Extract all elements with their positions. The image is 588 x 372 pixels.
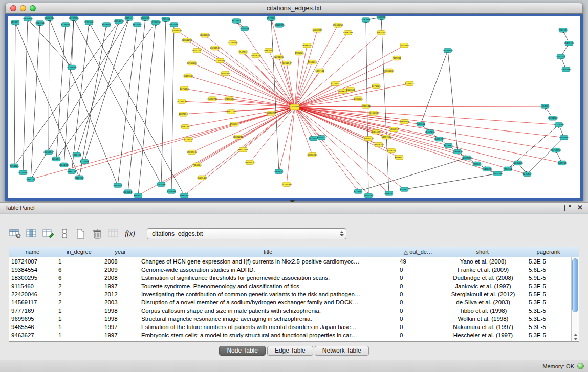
graph-node-label: 19613254 <box>333 24 343 26</box>
scrollbar-thumb[interactable] <box>572 258 578 312</box>
table-row[interactable]: 1456911722003Disruption of a novel membe… <box>9 298 579 307</box>
column-header[interactable]: in_degree <box>56 247 102 257</box>
graph-node-label: 9875462 <box>444 144 453 147</box>
graph-node-label: 22608123 <box>200 34 210 36</box>
close-panel-icon[interactable]: ✕ <box>577 205 583 211</box>
import-table-button[interactable] <box>41 227 55 240</box>
table-cell: 18724007 <box>9 257 56 266</box>
table-row[interactable]: 1872400712008Changes of HCN gene express… <box>9 257 579 266</box>
graph-edge[interactable] <box>404 173 497 189</box>
graph-edge[interactable] <box>161 19 166 184</box>
graph-edge[interactable] <box>358 158 467 191</box>
graph-edge[interactable] <box>295 107 556 150</box>
graph-node-label: 15635241 <box>274 170 285 173</box>
graph-edge[interactable] <box>72 23 89 171</box>
window-titlebar[interactable]: citations_edges.txt <box>5 3 583 14</box>
table-row[interactable]: 2242004622012Investigating the contribut… <box>9 290 579 298</box>
graph-edge[interactable] <box>271 18 279 171</box>
graph-edge[interactable] <box>295 107 497 173</box>
graph-edge[interactable] <box>56 23 156 159</box>
scrollbar-arrows[interactable] <box>572 334 579 340</box>
graph-node-label: 9154873 <box>240 27 249 30</box>
graph-node-label: 7125430 <box>184 138 193 141</box>
delete-column-button[interactable] <box>91 227 104 240</box>
table-row[interactable]: 911546021997Tourette syndrome. Phenomeno… <box>9 282 579 290</box>
graph-edge[interactable] <box>295 107 358 191</box>
graph-edge[interactable] <box>295 107 527 174</box>
graph-edge[interactable] <box>287 107 295 184</box>
close-window-button[interactable] <box>10 5 16 11</box>
graph-edge[interactable] <box>295 83 409 107</box>
graph-edge[interactable] <box>72 107 295 171</box>
graph-edge[interactable] <box>243 52 295 107</box>
graph-node-label: 8965412 <box>134 194 143 197</box>
graph-edge[interactable] <box>295 107 518 163</box>
table-row[interactable]: 977716911998Corpus callosum shape and si… <box>9 307 579 315</box>
graph-edge[interactable] <box>77 21 119 155</box>
table-row[interactable]: 969969511998Structural magnetic resonanc… <box>9 315 579 323</box>
column-header[interactable]: year <box>102 247 139 257</box>
graph-edge[interactable] <box>448 51 458 152</box>
new-column-button[interactable] <box>74 227 88 240</box>
table-row[interactable]: 946362711997Embryonic stem cells: a mode… <box>9 331 579 339</box>
graph-edge[interactable] <box>381 17 389 193</box>
graph-edge[interactable] <box>31 23 40 179</box>
graph-node-label: 5985412 <box>389 128 399 130</box>
graph-edge[interactable] <box>295 46 404 107</box>
tab-network-table[interactable]: Network Table <box>315 346 369 356</box>
graph-edge[interactable] <box>128 18 145 192</box>
table-settings-button[interactable] <box>9 227 22 240</box>
table-cell: 1 <box>56 307 102 315</box>
graph-node-label: 11245789 <box>434 138 445 140</box>
graph-node-label: 18442102 <box>192 49 203 52</box>
graph-edge[interactable] <box>79 25 106 178</box>
graph-edge[interactable] <box>138 23 156 195</box>
table-cell: 1997 <box>102 331 139 339</box>
graph-node-label: 17710453 <box>551 149 561 151</box>
graph-node-label: 7485036 <box>392 57 401 59</box>
table-row[interactable]: 946554611997Estimation of the future num… <box>9 323 579 331</box>
float-panel-icon[interactable] <box>564 205 571 211</box>
tab-edge-table[interactable]: Edge Table <box>267 346 313 356</box>
graph-edge[interactable] <box>225 73 295 107</box>
tab-node-table[interactable]: Node Table <box>219 346 266 356</box>
graph-edge[interactable] <box>64 18 74 165</box>
graph-edge[interactable] <box>31 107 295 179</box>
zoom-window-button[interactable] <box>30 5 36 11</box>
column-header[interactable]: short <box>439 247 526 257</box>
table-cell: 1 <box>56 257 102 266</box>
graph-edge[interactable] <box>295 99 358 107</box>
column-header[interactable]: name <box>9 247 56 257</box>
select-rows-button[interactable] <box>58 227 71 240</box>
graph-edge[interactable] <box>14 21 119 166</box>
table-selector-dropdown[interactable]: citations_edges.txt <box>147 228 346 239</box>
graph-edge[interactable] <box>49 18 49 152</box>
table-row[interactable]: 1830029562008Estimation of significance … <box>9 274 579 282</box>
minimize-window-button[interactable] <box>20 5 26 11</box>
network-canvas[interactable]: 1853021100316548914568185302129736842101… <box>8 16 580 198</box>
column-header[interactable]: △ out_de… <box>397 247 439 257</box>
dropdown-arrows-icon <box>337 229 346 239</box>
graph-edge[interactable] <box>295 62 312 107</box>
graph-edge[interactable] <box>295 58 397 107</box>
function-builder-button[interactable]: f(x) <box>123 227 137 240</box>
graph-edge[interactable] <box>14 23 15 166</box>
graph-node-label: 9658701 <box>384 192 394 195</box>
table-cell: 9699695 <box>9 315 56 323</box>
table-row[interactable]: 1938455462009Genome-wide association stu… <box>9 266 579 274</box>
graph-edge[interactable] <box>295 107 562 163</box>
graph-edge[interactable] <box>421 51 448 124</box>
table-vertical-scrollbar[interactable] <box>571 257 579 341</box>
graph-edge[interactable] <box>23 19 28 172</box>
graph-edge[interactable] <box>202 107 295 178</box>
graph-node-label: 18123456 <box>238 148 249 151</box>
table-cell: 1 <box>56 331 102 339</box>
column-header[interactable]: title <box>139 247 398 257</box>
graph-edge[interactable] <box>56 25 66 159</box>
show-columns-button[interactable] <box>25 227 38 240</box>
column-header[interactable]: pagerank <box>526 247 571 257</box>
graph-edge[interactable] <box>171 25 174 191</box>
graph-node-label: 2807154 <box>179 113 188 115</box>
graph-edge[interactable] <box>192 107 295 152</box>
graph-node-label: 12045125 <box>513 162 524 164</box>
